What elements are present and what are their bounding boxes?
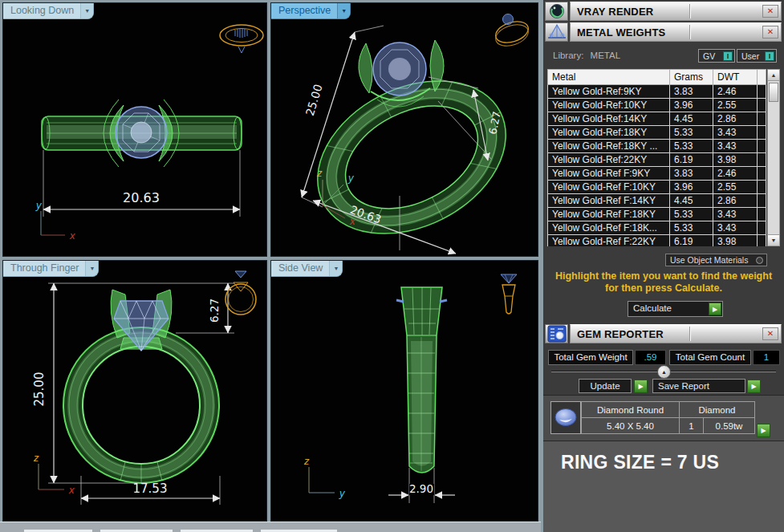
metal-row[interactable]: Yellow Gold-Ref F:9KY3.832.46 bbox=[548, 167, 766, 181]
metal-row[interactable]: Yellow Gold-Ref F:14KY4.452.86 bbox=[548, 194, 766, 208]
close-gem-reporter-panel-button[interactable]: ✕ bbox=[762, 327, 778, 340]
metal-weights-header-bar: METAL WEIGHTS ✕ bbox=[570, 22, 782, 42]
svg-text:x: x bbox=[349, 215, 355, 227]
svg-text:y: y bbox=[339, 487, 346, 499]
close-vray-panel-button[interactable]: ✕ bbox=[762, 5, 778, 18]
metal-row[interactable]: Yellow Gold-Ref:18KY5.333.43 bbox=[548, 126, 766, 140]
view-thumbnail-icon bbox=[225, 271, 256, 315]
gem-type-header: Diamond bbox=[680, 402, 755, 418]
scroll-up-button[interactable]: ▲ bbox=[768, 70, 779, 81]
column-header-dwt[interactable]: DWT bbox=[713, 70, 758, 85]
column-header-spacer bbox=[758, 70, 766, 85]
radio-icon[interactable] bbox=[756, 257, 763, 264]
metal-row[interactable]: Yellow Gold-Ref F:10KY3.962.55 bbox=[548, 181, 766, 194]
calculate-go-icon[interactable]: ▶ bbox=[709, 303, 721, 315]
ring-size-text: RING SIZE = 7 US bbox=[561, 452, 719, 473]
svg-text:20.63: 20.63 bbox=[123, 190, 160, 205]
gem-table-data-row[interactable]: 5.40 X 5.40 1 0.59tw bbox=[582, 418, 755, 434]
svg-text:2.90: 2.90 bbox=[409, 482, 433, 495]
viewport-label-text: Looking Down bbox=[3, 3, 80, 18]
user-button[interactable]: User I bbox=[737, 49, 777, 63]
metal-row[interactable]: Yellow Gold-Ref F:18K...5.333.43 bbox=[548, 221, 766, 235]
ring-top-view-drawing[interactable]: 20.63 y x bbox=[3, 3, 268, 258]
gem-reporter-slider-knob[interactable]: ▲ bbox=[657, 365, 671, 379]
update-go-icon[interactable]: ▶ bbox=[634, 380, 648, 393]
save-report-go-icon[interactable]: ▶ bbox=[747, 380, 761, 393]
viewport-label-text: Perspective bbox=[271, 3, 337, 18]
viewport-through-finger: 25.00 6.27 17.53 z x bbox=[2, 260, 267, 522]
gem-row-go-icon[interactable]: ▶ bbox=[757, 424, 770, 437]
ring-perspective-drawing[interactable]: 25.00 6.27 20.63 z bbox=[271, 3, 539, 258]
scroll-down-button[interactable]: ▼ bbox=[768, 234, 779, 246]
gem-reporter-panel-header: GEM REPORTER ✕ bbox=[545, 324, 782, 343]
viewport-label-side-view[interactable]: Side View ▼ bbox=[271, 261, 343, 277]
gem-summary-table: Diamond Round Diamond 5.40 X 5.40 1 0.59… bbox=[581, 401, 755, 434]
instruction-line-1: Highlight the item you want to find the … bbox=[546, 270, 781, 282]
gem-reporter-panel-title: GEM REPORTER bbox=[571, 328, 664, 340]
metal-row[interactable]: Yellow Gold-Ref:14KY4.452.86 bbox=[548, 112, 766, 126]
axis-indicator: z y bbox=[303, 455, 346, 499]
app-root: 20.63 y x bbox=[0, 0, 784, 532]
column-header-metal[interactable]: Metal bbox=[548, 70, 670, 85]
metal-row[interactable]: Yellow Gold-Ref F:22KY6.193.98 bbox=[548, 235, 766, 247]
gv-button-label: GV bbox=[703, 51, 715, 61]
ring-size-section: RING SIZE = 7 US bbox=[543, 441, 784, 532]
metal-row[interactable]: Yellow Gold-Ref:9KY3.832.46 bbox=[548, 85, 766, 99]
gem-weight-value: 0.59tw bbox=[704, 418, 755, 434]
gv-indicator: I bbox=[723, 51, 733, 61]
viewport-looking-down: 20.63 y x bbox=[2, 2, 267, 257]
user-indicator: I bbox=[765, 51, 774, 61]
user-button-label: User bbox=[741, 51, 759, 61]
column-header-grams[interactable]: Grams bbox=[670, 70, 713, 85]
viewport-label-looking-down[interactable]: Looking Down ▼ bbox=[3, 3, 94, 19]
total-gem-count-value: 1 bbox=[753, 350, 780, 365]
library-value: METAL bbox=[591, 51, 621, 60]
instruction-line-2: for then press Calculate. bbox=[546, 282, 781, 294]
viewport-dropdown-icon[interactable]: ▼ bbox=[80, 3, 93, 18]
vray-icon bbox=[545, 2, 568, 21]
use-object-materials-label: Use Object Materials bbox=[670, 255, 748, 265]
close-metal-weights-panel-button[interactable]: ✕ bbox=[762, 26, 778, 39]
viewport-dropdown-icon[interactable]: ▼ bbox=[85, 261, 98, 276]
svg-text:17.53: 17.53 bbox=[133, 481, 168, 496]
metal-row[interactable]: Yellow Gold-Ref F:18KY5.333.43 bbox=[548, 208, 766, 221]
axis-indicator: y x bbox=[35, 199, 75, 242]
metal-row[interactable]: Yellow Gold-Ref:10KY3.962.55 bbox=[548, 99, 766, 112]
metal-table-body: Yellow Gold-Ref:9KY3.832.46Yellow Gold-R… bbox=[548, 85, 766, 247]
header-separator bbox=[689, 327, 690, 341]
update-button[interactable]: Update bbox=[579, 379, 632, 393]
header-separator bbox=[689, 4, 690, 18]
metal-table-scrollbar[interactable]: ▲ ▼ bbox=[767, 69, 780, 246]
svg-text:y: y bbox=[347, 172, 355, 184]
metal-table-header-row: Metal Grams DWT bbox=[548, 70, 766, 85]
total-gem-count-label: Total Gem Count bbox=[669, 350, 751, 365]
view-thumbnail-icon bbox=[493, 14, 530, 50]
metal-weights-panel-title: METAL WEIGHTS bbox=[571, 26, 665, 39]
viewport-label-perspective[interactable]: Perspective ▼ bbox=[271, 3, 351, 19]
use-object-materials-control[interactable]: Use Object Materials bbox=[665, 254, 767, 266]
dimension-width: 20.63 bbox=[43, 150, 240, 217]
library-row: Library: METAL bbox=[553, 51, 620, 60]
header-separator bbox=[689, 25, 690, 39]
save-report-button[interactable]: Save Report bbox=[652, 379, 745, 393]
viewport-side-view: 2.90 z y Side View ▼ bbox=[270, 260, 538, 522]
metal-row[interactable]: Yellow Gold-Ref:18KY ...5.333.43 bbox=[548, 140, 766, 153]
viewport-dropdown-icon[interactable]: ▼ bbox=[337, 3, 350, 18]
vray-render-panel-header: VRAY RENDER ✕ bbox=[545, 2, 782, 21]
gem-table-header-row: Diamond Round Diamond bbox=[582, 402, 755, 418]
svg-text:6.27: 6.27 bbox=[208, 298, 221, 323]
ring-side-view-drawing[interactable]: 2.90 z y bbox=[271, 261, 539, 522]
viewport-label-through-finger[interactable]: Through Finger ▼ bbox=[3, 261, 99, 277]
viewport-dropdown-icon[interactable]: ▼ bbox=[329, 261, 342, 276]
scroll-thumb[interactable] bbox=[769, 83, 778, 102]
calculate-button-label: Calculate bbox=[633, 303, 672, 313]
ring-front-view-drawing[interactable]: 25.00 6.27 17.53 z x bbox=[3, 261, 268, 522]
metal-row[interactable]: Yellow Gold-Ref:22KY6.193.98 bbox=[548, 153, 766, 167]
viewport-perspective: 25.00 6.27 20.63 z bbox=[270, 2, 538, 257]
total-gem-weight-value: .59 bbox=[635, 350, 666, 365]
calculate-button[interactable]: Calculate ▶ bbox=[628, 301, 723, 317]
svg-text:x: x bbox=[69, 229, 75, 242]
gv-button[interactable]: GV I bbox=[698, 49, 735, 63]
viewport-label-text: Through Finger bbox=[3, 261, 85, 276]
scale-icon bbox=[545, 22, 568, 42]
